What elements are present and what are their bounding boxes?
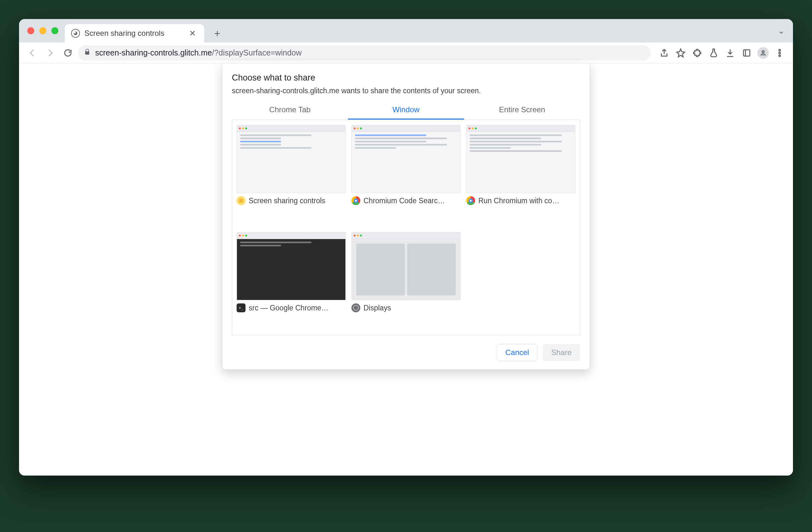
profile-button[interactable] [756,45,771,61]
window-zoom-button[interactable] [52,27,58,34]
chrome-icon [466,196,475,205]
share-icon[interactable] [656,45,672,61]
titlebar: Screen sharing controls ✕ + ⌄ [19,19,793,43]
labs-icon[interactable] [706,45,721,61]
screen-share-picker: Choose what to share screen-sharing-cont… [222,63,590,370]
window-thumbnail [237,125,346,193]
back-button[interactable] [25,45,40,61]
globe-icon [71,29,80,38]
window-label: Chromium Code Searc… [363,196,445,205]
browser-tab[interactable]: Screen sharing controls ✕ [65,24,204,43]
settings-icon [351,304,360,312]
tab-window[interactable]: Window [348,101,464,119]
svg-rect-0 [743,50,750,56]
toolbar: screen-sharing-controls.glitch.me/?displ… [19,43,793,63]
url-path: /?displaySurface=window [212,48,302,57]
window-thumbnail [466,125,575,193]
tab-close-button[interactable]: ✕ [187,28,198,39]
window-minimize-button[interactable] [39,27,46,34]
window-grid: Screen sharing controls [232,119,580,335]
window-option[interactable]: Displays [351,232,461,330]
reader-icon[interactable] [739,45,754,61]
toolbar-actions [656,45,787,61]
tab-title: Screen sharing controls [84,29,164,38]
modal-subtitle: screen-sharing-controls.glitch.me wants … [232,87,580,95]
modal-buttons: Cancel Share [232,344,580,361]
window-label: src — Google Chrome… [249,304,329,312]
window-label: Displays [363,304,391,312]
glitch-icon [237,196,246,205]
bookmark-icon[interactable] [673,45,688,61]
terminal-icon [237,304,246,312]
window-thumbnail [351,125,461,193]
chrome-icon [351,196,360,205]
extensions-icon[interactable] [690,45,705,61]
cancel-button[interactable]: Cancel [497,344,538,361]
downloads-icon[interactable] [723,45,738,61]
lock-icon [84,48,91,57]
svg-point-2 [779,49,781,51]
window-thumbnail [351,232,461,300]
window-option[interactable]: Run Chromium with co… [466,125,575,223]
tab-entire-screen[interactable]: Entire Screen [464,101,580,119]
url-host: screen-sharing-controls.glitch.me [95,48,212,57]
window-controls [27,27,58,34]
page-content: Choose what to share screen-sharing-cont… [19,63,793,476]
window-option[interactable]: src — Google Chrome… [237,232,346,330]
share-tabs: Chrome Tab Window Entire Screen [232,101,580,119]
svg-point-1 [762,50,764,53]
svg-point-4 [779,55,781,56]
window-option[interactable]: Screen sharing controls [237,125,346,223]
address-bar[interactable]: screen-sharing-controls.glitch.me/?displ… [78,45,651,61]
menu-button[interactable] [772,45,787,61]
window-label: Screen sharing controls [249,196,325,205]
modal-title: Choose what to share [232,73,580,83]
share-button[interactable]: Share [543,344,580,361]
avatar-icon [757,47,769,59]
window-label: Run Chromium with co… [478,196,560,205]
url-text: screen-sharing-controls.glitch.me/?displ… [95,48,302,57]
tabs-overflow-button[interactable]: ⌄ [778,26,785,36]
browser-window: Screen sharing controls ✕ + ⌄ screen-sha… [19,19,793,476]
new-tab-button[interactable]: + [209,25,225,41]
svg-point-3 [779,52,781,54]
window-thumbnail [237,232,346,300]
forward-button[interactable] [43,45,58,61]
window-close-button[interactable] [27,27,34,34]
reload-button[interactable] [60,45,75,61]
window-option[interactable]: Chromium Code Searc… [351,125,461,223]
tabstrip: Screen sharing controls ✕ + [65,19,225,43]
tab-chrome-tab[interactable]: Chrome Tab [232,101,348,119]
